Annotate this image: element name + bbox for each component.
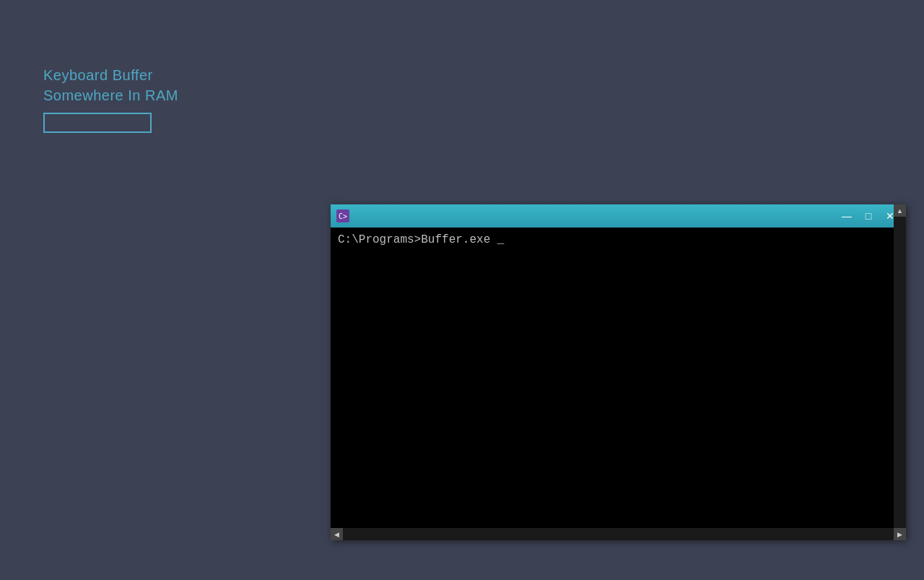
console-titlebar: C> — □ ✕ (331, 204, 906, 228)
console-body[interactable]: C:\Programs>Buffer.exe _ (331, 228, 906, 528)
keyboard-buffer-label: Keyboard Buffer (43, 65, 178, 85)
somewhere-ram-label: Somewhere In RAM (43, 85, 178, 105)
scroll-track-horizontal (343, 528, 894, 540)
svg-text:C>: C> (339, 212, 347, 220)
maximize-button[interactable]: □ (858, 209, 879, 223)
scroll-track-vertical (894, 228, 906, 528)
minimize-button[interactable]: — (837, 209, 857, 223)
console-window: C> — □ ✕ C:\Programs>Buffer.exe _ ▲ ▼ ◀ … (331, 204, 906, 540)
vertical-scrollbar[interactable]: ▲ ▼ (894, 228, 906, 528)
ram-input[interactable] (43, 113, 152, 133)
scroll-right-arrow[interactable]: ▶ (894, 528, 906, 540)
top-left-info-block: Keyboard Buffer Somewhere In RAM (43, 65, 178, 133)
console-output: C:\Programs>Buffer.exe _ (338, 232, 899, 248)
titlebar-controls: — □ ✕ (837, 209, 900, 223)
scroll-left-arrow[interactable]: ◀ (331, 528, 343, 540)
horizontal-scrollbar[interactable]: ◀ ▶ (331, 528, 906, 540)
console-app-icon: C> (336, 209, 349, 222)
